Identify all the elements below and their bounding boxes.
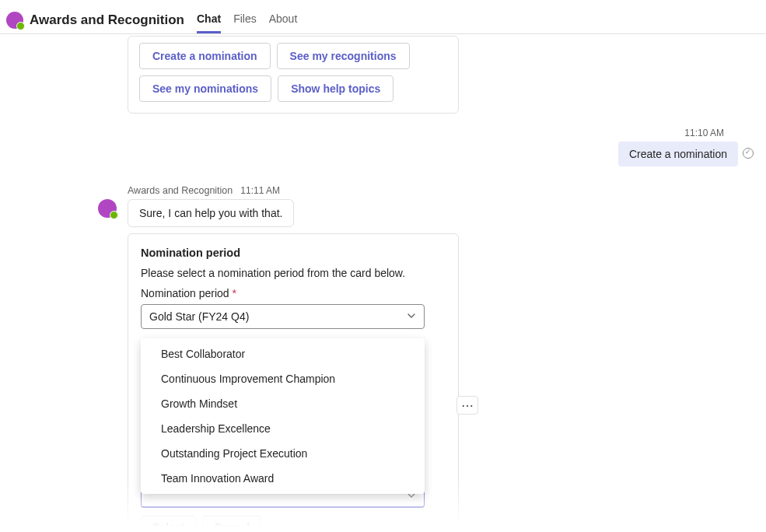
chat-pane: Create a nomination See my recognitions … — [0, 34, 766, 532]
cancel-button[interactable]: Cancel — [202, 516, 261, 532]
dd-item-outstanding-project[interactable]: Outstanding Project Execution — [141, 441, 425, 466]
app-avatar — [6, 12, 23, 29]
bot-name: Awards and Recognition — [128, 185, 233, 196]
sent-check-icon — [743, 148, 754, 159]
see-recognitions-button[interactable]: See my recognitions — [277, 43, 410, 69]
header-tabs: Chat Files About — [197, 6, 297, 33]
form-title: Nomination period — [141, 247, 446, 259]
form-label-text: Nomination period — [141, 287, 229, 299]
bot-avatar — [98, 199, 117, 218]
form-description: Please select a nomination period from t… — [141, 267, 446, 279]
bot-message-row: Awards and Recognition 11:11 AM Sure, I … — [98, 185, 758, 532]
select-value: Gold Star (FY24 Q4) — [149, 310, 249, 323]
more-options-button[interactable]: ⋯ — [456, 396, 478, 415]
dd-item-team-innovation[interactable]: Team Innovation Award — [141, 466, 425, 491]
tab-chat[interactable]: Chat — [197, 6, 221, 33]
bot-msg-header: Awards and Recognition 11:11 AM — [128, 185, 459, 196]
tab-about[interactable]: About — [269, 6, 298, 33]
bot-msg-bubble: Sure, I can help you with that. — [128, 199, 294, 227]
nomination-form-card: ⋯ Nomination period Please select a nomi… — [128, 233, 459, 532]
show-help-button[interactable]: Show help topics — [278, 75, 393, 102]
required-asterisk: * — [233, 287, 236, 299]
bot-card-quick-actions: Create a nomination See my recognitions … — [128, 36, 459, 114]
nomination-period-select[interactable]: Gold Star (FY24 Q4) — [141, 304, 425, 329]
more-icon: ⋯ — [461, 398, 474, 413]
app-header: Awards and Recognition Chat Files About — [0, 0, 766, 34]
chevron-down-icon — [407, 310, 416, 323]
create-nomination-button[interactable]: Create a nomination — [139, 43, 271, 69]
app-title: Awards and Recognition — [30, 12, 184, 28]
form-actions: Select Cancel — [141, 516, 458, 532]
user-msg-time: 11:10 AM — [684, 128, 738, 138]
tab-files[interactable]: Files — [233, 6, 257, 33]
form-label: Nomination period * — [141, 287, 446, 299]
bot-msg-time: 11:11 AM — [240, 185, 280, 196]
award-type-dropdown[interactable]: Best Collaborator Continuous Improvement… — [141, 338, 425, 494]
bot-message-block-1: Create a nomination See my recognitions … — [128, 36, 758, 114]
see-nominations-button[interactable]: See my nominations — [139, 75, 271, 102]
quick-action-grid: Create a nomination See my recognitions … — [139, 43, 447, 102]
dd-item-growth-mindset[interactable]: Growth Mindset — [141, 391, 425, 416]
user-message-row: 11:10 AM Create a nomination — [8, 128, 758, 166]
dd-item-best-collaborator[interactable]: Best Collaborator — [141, 341, 425, 366]
dd-item-continuous-improvement[interactable]: Continuous Improvement Champion — [141, 366, 425, 391]
dd-item-leadership-excellence[interactable]: Leadership Excellence — [141, 416, 425, 441]
user-msg-bubble: Create a nomination — [618, 142, 738, 166]
select-button[interactable]: Select — [141, 516, 196, 532]
